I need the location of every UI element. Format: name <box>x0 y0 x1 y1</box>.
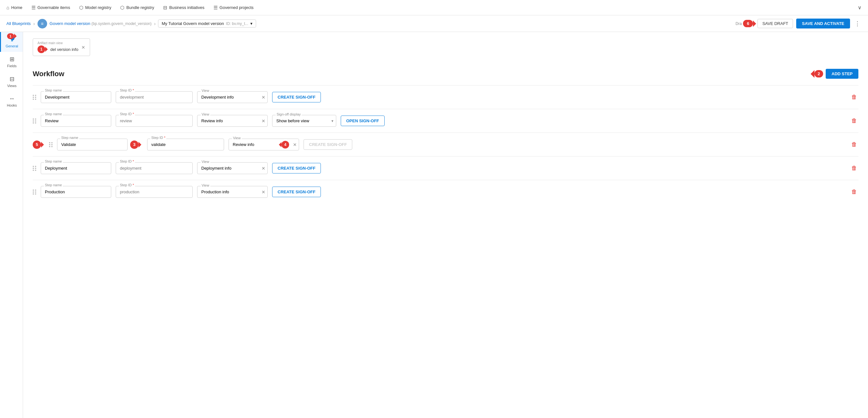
badge-6-arrow <box>753 21 756 27</box>
nav-governed-label: Governed projects <box>220 5 253 10</box>
production-view-clear[interactable]: ✕ <box>259 189 268 195</box>
validate-view-label: View <box>232 136 242 140</box>
sidebar-item-general[interactable]: ℹ 1 General <box>0 32 23 52</box>
workflow-title: Workflow <box>33 70 811 78</box>
validate-step-id-input[interactable] <box>147 139 224 150</box>
nav-governed-projects[interactable]: ☰ Governed projects <box>214 5 253 10</box>
home-icon: ⌂ <box>6 5 9 10</box>
bundle-icon: ⬡ <box>120 5 124 10</box>
badge-3: 3 <box>130 140 138 149</box>
review-step-name-input[interactable] <box>41 115 111 127</box>
badge-5: 5 <box>33 140 41 149</box>
nav-business-label: Business initiatives <box>169 5 205 10</box>
version-dropdown-icon: ▾ <box>250 21 253 26</box>
governable-icon: ☰ <box>31 5 36 10</box>
review-view-clear[interactable]: ✕ <box>259 118 268 124</box>
validate-step-name-input[interactable] <box>57 139 128 150</box>
blueprint-icon-button[interactable]: ≡ <box>37 19 47 29</box>
views-icon: ⊟ <box>10 75 14 82</box>
production-view-input[interactable] <box>197 186 259 198</box>
review-step-id-input[interactable] <box>116 115 193 127</box>
deployment-step-name-label: Step name <box>44 160 63 163</box>
version-selector[interactable]: My Tutorial Govern model version ID: bv.… <box>158 20 256 28</box>
deployment-step-id-input[interactable] <box>116 162 193 174</box>
production-step-id-input[interactable] <box>116 186 193 198</box>
nav-bundle-registry[interactable]: ⬡ Bundle registry <box>120 5 154 10</box>
main-layout: ℹ 1 General ⊞ Fields ⊟ Views ↔ Hooks <box>0 32 868 418</box>
badge-1-circle: 1 <box>37 45 45 53</box>
blueprint-name-link[interactable]: Govern model version (bp.system.govern_m… <box>50 21 152 26</box>
save-activate-button[interactable]: SAVE AND ACTIVATE <box>796 19 850 29</box>
nav-bundle-label: Bundle registry <box>126 5 154 10</box>
deployment-step-name-group: Step name <box>41 162 111 174</box>
production-view-label: View <box>200 183 210 187</box>
validate-view-group: View 4 ✕ <box>228 139 299 150</box>
general-label: General <box>5 44 18 48</box>
nav-model-registry[interactable]: ⬡ Model registry <box>79 5 112 10</box>
deployment-step-id-group: Step ID * <box>116 162 193 174</box>
breadcrumb-sep1: › <box>33 21 35 26</box>
hooks-icon: ↔ <box>9 95 15 102</box>
badge-1-arrow <box>14 34 17 39</box>
all-blueprints-link[interactable]: All Blueprints <box>6 21 31 26</box>
left-sidebar: ℹ 1 General ⊞ Fields ⊟ Views ↔ Hooks <box>0 32 23 418</box>
governed-icon: ☰ <box>214 5 218 10</box>
workflow-header: Workflow 2 ADD STEP <box>33 69 858 79</box>
save-draft-button[interactable]: SAVE DRAFT <box>757 19 793 28</box>
deployment-view-label: View <box>200 160 210 164</box>
badge-2: 2 <box>814 70 823 77</box>
development-view-label: View <box>200 89 210 93</box>
model-icon: ⬡ <box>79 5 83 10</box>
nav-business-initiatives[interactable]: ⊟ Business initiatives <box>163 5 205 10</box>
nav-home[interactable]: ⌂ Home <box>6 5 23 10</box>
add-step-button[interactable]: ADD STEP <box>826 69 858 79</box>
nav-model-label: Model registry <box>85 5 112 10</box>
drag-handle-review[interactable] <box>33 118 36 124</box>
drag-handle-production[interactable] <box>33 189 36 195</box>
review-signoff-select[interactable]: Show before view Show after view <box>273 115 329 127</box>
development-step-name-input[interactable] <box>41 91 111 103</box>
nav-expand-button[interactable]: ∨ <box>858 4 862 10</box>
development-create-signoff-button[interactable]: CREATE SIGN-OFF <box>272 92 321 102</box>
drag-handle-deployment[interactable] <box>33 166 36 171</box>
development-delete-button[interactable]: 🗑 <box>850 94 858 101</box>
blueprint-id: (bp.system.govern_model_version) <box>91 22 151 26</box>
deployment-view-input[interactable] <box>197 163 259 174</box>
development-view-input[interactable] <box>197 92 259 103</box>
step-row-deployment: Step name Step ID * View ✕ CREATE SIGN-O… <box>33 156 858 180</box>
deployment-delete-button[interactable]: 🗑 <box>850 165 858 172</box>
more-options-button[interactable]: ⋮ <box>853 20 862 27</box>
review-view-input[interactable] <box>197 115 259 127</box>
artifact-close-button[interactable]: ✕ <box>82 45 85 50</box>
drag-handle-development[interactable] <box>33 95 36 100</box>
production-step-name-group: Step name <box>41 186 111 198</box>
deployment-view-clear[interactable]: ✕ <box>259 166 268 171</box>
review-view-label: View <box>200 112 210 116</box>
badge-1-ptr <box>45 47 48 52</box>
sidebar-item-views[interactable]: ⊟ Views <box>0 72 23 92</box>
views-label: Views <box>7 84 17 88</box>
review-open-signoff-button[interactable]: OPEN SIGN-OFF <box>341 115 385 126</box>
review-signoff-display-group: Sign-off display Show before view Show a… <box>272 115 336 127</box>
development-step-id-label: Step ID * <box>119 88 135 92</box>
badge-2-arrow-left <box>811 70 814 78</box>
deployment-step-name-input[interactable] <box>41 162 111 174</box>
drag-handle-validate[interactable] <box>49 142 53 147</box>
sidebar-item-fields[interactable]: ⊞ Fields <box>0 52 23 72</box>
review-delete-button[interactable]: 🗑 <box>850 117 858 124</box>
nav-governable-items[interactable]: ☰ Governable items <box>31 5 70 10</box>
sidebar-item-hooks[interactable]: ↔ Hooks <box>0 92 23 111</box>
nav-governable-label: Governable items <box>37 5 70 10</box>
development-view-clear[interactable]: ✕ <box>259 95 268 100</box>
step-row-production: Step name Step ID * View ✕ CREATE SIGN-O… <box>33 180 858 204</box>
validate-view-clear[interactable]: ✕ <box>290 142 299 147</box>
development-step-id-input[interactable] <box>116 91 193 103</box>
deployment-create-signoff-button[interactable]: CREATE SIGN-OFF <box>272 163 321 173</box>
review-view-group: View ✕ <box>197 115 268 127</box>
production-create-signoff-button[interactable]: CREATE SIGN-OFF <box>272 186 321 197</box>
production-delete-button[interactable]: 🗑 <box>850 188 858 195</box>
version-id: ID: bv.my_t... <box>226 22 248 26</box>
validate-delete-button[interactable]: 🗑 <box>850 141 858 148</box>
production-step-name-input[interactable] <box>41 186 111 198</box>
validate-step-id-label: Step ID * <box>150 136 166 140</box>
